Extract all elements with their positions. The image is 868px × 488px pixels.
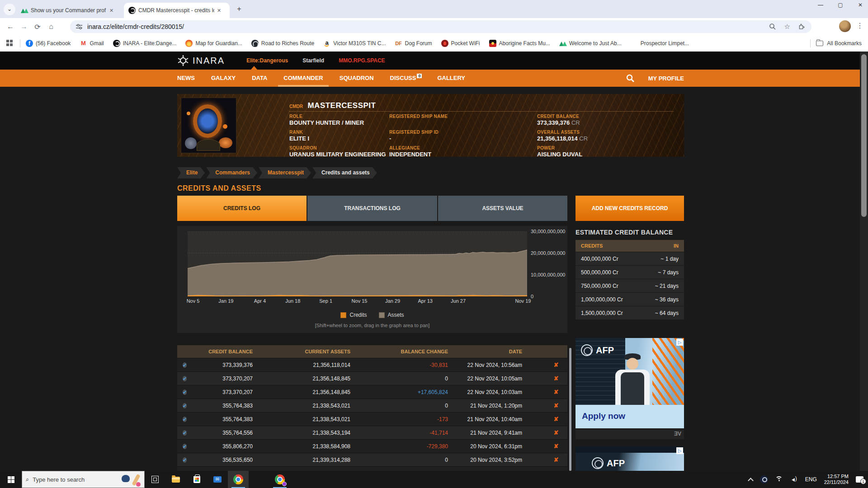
game-menu-item[interactable]: Elite:Dangerous	[246, 57, 288, 64]
tab-credits-log[interactable]: CREDITS LOG	[177, 196, 307, 221]
forward-icon[interactable]: →	[17, 23, 31, 31]
bookmark-item[interactable]: Aborigine Facts Mu...	[489, 40, 550, 47]
tray-chevron-icon[interactable]	[748, 478, 754, 483]
wifi-icon[interactable]	[775, 476, 783, 483]
taskbar-clock[interactable]: 12:57 PM 22/11/2024	[824, 474, 849, 485]
ad-banner-afp[interactable]: AFP Apply now ▷	[576, 338, 684, 428]
bookmark-item[interactable]: DF Dog Forum	[395, 40, 432, 47]
language-indicator[interactable]: ENG	[805, 476, 817, 483]
nav-item[interactable]: DISCUSS0	[390, 70, 421, 87]
verified-check-icon[interactable]: ✔	[183, 430, 187, 436]
window-close-button[interactable]: ✕	[855, 2, 865, 8]
verified-check-icon[interactable]: ✔	[183, 389, 187, 395]
bookmark-item[interactable]: Map for Guardian...	[185, 40, 242, 47]
breadcrumb-item[interactable]: Elite	[177, 167, 205, 178]
volume-icon[interactable]	[791, 476, 798, 483]
verified-check-icon[interactable]: ✔	[183, 403, 187, 408]
new-tab-button[interactable]: +	[234, 5, 244, 14]
bookmark-item[interactable]: Pocket WiFi	[441, 40, 480, 47]
file-explorer-icon[interactable]	[165, 471, 186, 488]
zoom-icon[interactable]	[769, 23, 776, 30]
add-new-credits-record-button[interactable]: ADD NEW CREDITS RECORD	[576, 196, 684, 221]
bookmark-item[interactable]: f (56) Facebook	[26, 40, 71, 47]
home-icon[interactable]: ⌂	[44, 23, 58, 31]
bookmark-item[interactable]: Welcome to Just Ab...	[559, 40, 622, 47]
area-chart[interactable]	[188, 231, 527, 296]
microsoft-store-icon[interactable]	[186, 471, 207, 488]
game-menu-item[interactable]: Starfield	[302, 57, 324, 64]
bookmark-item[interactable]: INARA - Elite:Dange...	[113, 40, 177, 47]
breadcrumb-item[interactable]: Commanders	[206, 167, 257, 178]
page-scrollbar[interactable]	[860, 52, 868, 471]
bookmark-item[interactable]: a Victor M310S TIN C...	[323, 40, 386, 47]
url-text[interactable]: inara.cz/elite/cmdr-credits/280015/	[87, 23, 769, 30]
verified-check-icon[interactable]: ✔	[183, 417, 187, 422]
refresh-icon[interactable]: ⟳	[31, 23, 44, 31]
nav-item[interactable]: GALAXY	[211, 70, 236, 87]
bookmark-item[interactable]: Road to Riches Route	[251, 40, 314, 47]
nav-item[interactable]: NEWS	[177, 70, 195, 87]
nav-item[interactable]: GALLERY	[437, 70, 465, 87]
col-balance-change[interactable]: BALANCE CHANGE	[350, 349, 448, 354]
delete-record-icon[interactable]: ✘	[545, 389, 567, 395]
browser-menu-icon[interactable]: ⋮	[856, 21, 863, 30]
tab-close-icon[interactable]: ✕	[109, 8, 113, 14]
bookmark-item[interactable]: Prospector Limpet...	[631, 40, 689, 47]
ad-banner-afp-2[interactable]: AFP ▷	[576, 446, 684, 471]
site-settings-icon[interactable]	[75, 23, 83, 30]
delete-record-icon[interactable]: ✘	[545, 429, 567, 436]
start-button[interactable]	[0, 471, 22, 488]
verified-check-icon[interactable]: ✔	[183, 376, 187, 381]
search-highlight-icon[interactable]	[122, 473, 142, 487]
delete-record-icon[interactable]: ✘	[545, 443, 567, 450]
breadcrumb-item[interactable]: Mastercesspit	[259, 167, 311, 178]
credits-chart-panel[interactable]: 30,000,000,00020,000,000,00010,000,000,0…	[177, 226, 567, 333]
all-bookmarks-button[interactable]: All Bookmarks	[827, 40, 862, 47]
mail-icon[interactable]: ✉	[207, 471, 228, 488]
col-credit-balance[interactable]: CREDIT BALANCE	[196, 349, 253, 354]
breadcrumb-item[interactable]: Credits and assets	[312, 167, 377, 178]
bookmark-item[interactable]: M Gmail	[80, 40, 104, 47]
inara-logo[interactable]: INARA	[177, 55, 225, 66]
taskbar-search-box[interactable]: ⌕ Type here to search	[22, 471, 145, 488]
col-current-assets[interactable]: CURRENT ASSETS	[253, 349, 350, 354]
verified-check-icon[interactable]: ✔	[183, 457, 187, 463]
chrome-taskbar-icon-profile2[interactable]	[269, 471, 290, 488]
task-view-button[interactable]	[145, 471, 165, 488]
steam-tray-icon[interactable]	[760, 475, 768, 483]
adchoices-icon[interactable]: ▷	[676, 447, 683, 454]
delete-record-icon[interactable]: ✘	[545, 456, 567, 463]
nav-item[interactable]: COMMANDER	[283, 70, 323, 87]
search-icon[interactable]	[626, 74, 635, 83]
table-scrollbar[interactable]	[569, 348, 571, 471]
tab-assets-value[interactable]: ASSETS VALUE	[438, 196, 567, 221]
browser-tab-1[interactable]: Show us your Commander prof ✕	[16, 3, 121, 18]
delete-record-icon[interactable]: ✘	[545, 402, 567, 409]
bookmark-star-icon[interactable]: ☆	[784, 23, 790, 31]
delete-record-icon[interactable]: ✘	[545, 375, 567, 382]
col-date[interactable]: DATE	[448, 349, 545, 354]
adchoices-icon[interactable]: ▷	[676, 339, 683, 346]
tab-transactions-log[interactable]: TRANSACTIONS LOG	[307, 196, 437, 221]
verified-check-icon[interactable]: ✔	[183, 444, 187, 449]
nav-item[interactable]: SQUADRON	[340, 70, 374, 87]
window-minimize-button[interactable]: —	[816, 2, 826, 8]
back-icon[interactable]: ←	[4, 23, 17, 31]
ad-cta[interactable]: Apply now	[582, 411, 625, 421]
my-profile-link[interactable]: MY PROFILE	[648, 75, 684, 82]
game-menu-item[interactable]: MMO.RPG.SPACE	[339, 57, 385, 64]
window-restore-button[interactable]: ▢	[835, 2, 845, 8]
tab-list-chevron-icon[interactable]: ⌄	[4, 4, 15, 15]
nav-item[interactable]: DATA	[252, 70, 267, 87]
profile-avatar[interactable]	[839, 20, 851, 32]
address-bar[interactable]: inara.cz/elite/cmdr-credits/280015/ ☆	[70, 20, 811, 33]
browser-tab-2-active[interactable]: CMDR Mastercesspit - credits lo ✕	[124, 3, 230, 18]
chrome-taskbar-icon-active[interactable]	[228, 471, 249, 488]
verified-check-icon[interactable]: ✔	[183, 362, 187, 368]
extensions-icon[interactable]	[798, 23, 806, 31]
delete-record-icon[interactable]: ✘	[545, 361, 567, 368]
scrollbar-thumb[interactable]	[861, 54, 867, 217]
tab-close-icon[interactable]: ✕	[217, 8, 221, 14]
apps-grid-icon[interactable]	[6, 40, 14, 47]
delete-record-icon[interactable]: ✘	[545, 416, 567, 422]
